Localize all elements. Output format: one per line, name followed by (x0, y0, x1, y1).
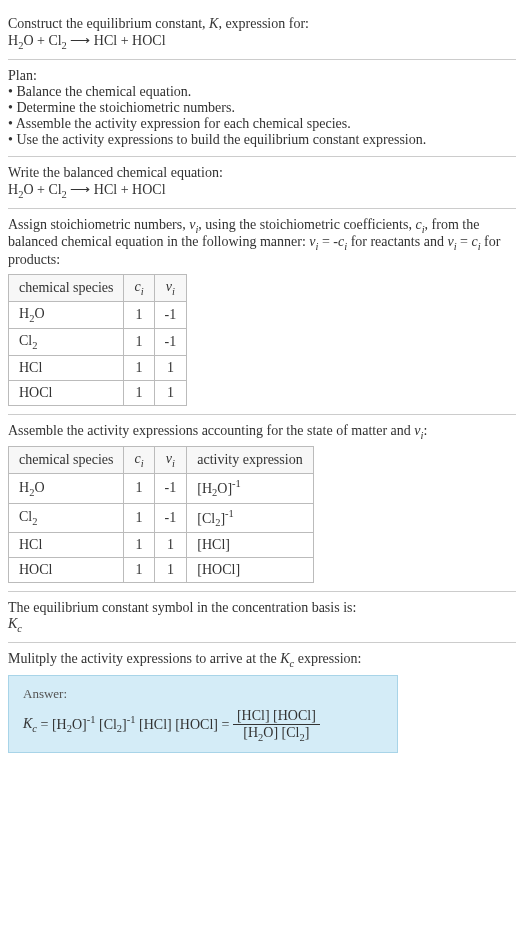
cell-ci: 1 (124, 533, 154, 558)
cell-vi: 1 (154, 355, 187, 380)
plan-item: • Assemble the activity expression for e… (8, 116, 516, 132)
cell-ci: 1 (124, 380, 154, 405)
cell-vi: -1 (154, 503, 187, 532)
cell-vi: -1 (154, 301, 187, 328)
plan-item: • Use the activity expressions to build … (8, 132, 516, 148)
symbol-value: Kc (8, 616, 516, 634)
cell-species: HCl (9, 533, 124, 558)
multiply-heading: Mulitply the activity expressions to arr… (8, 651, 516, 669)
multiply-section: Mulitply the activity expressions to arr… (8, 643, 516, 762)
cell-species: Cl2 (9, 503, 124, 532)
table-row: HOCl 1 1 (9, 380, 187, 405)
table-header-row: chemical species ci νi activity expressi… (9, 447, 314, 474)
col-vi: νi (154, 447, 187, 474)
cell-ci: 1 (124, 355, 154, 380)
answer-label: Answer: (23, 686, 383, 702)
cell-expr: [H2O]-1 (187, 474, 313, 503)
plan-item-text: Assemble the activity expression for eac… (16, 116, 351, 131)
cell-ci: 1 (124, 503, 154, 532)
balanced-section: Write the balanced chemical equation: H2… (8, 157, 516, 209)
symbol-heading: The equilibrium constant symbol in the c… (8, 600, 516, 616)
cell-vi: 1 (154, 380, 187, 405)
prompt-section: Construct the equilibrium constant, K, e… (8, 8, 516, 60)
col-species: chemical species (9, 275, 124, 302)
plan-item: • Determine the stoichiometric numbers. (8, 100, 516, 116)
cell-species: HCl (9, 355, 124, 380)
balanced-equation: H2O + Cl2 ⟶ HCl + HOCl (8, 181, 516, 200)
stoich-heading: Assign stoichiometric numbers, νi, using… (8, 217, 516, 269)
cell-species: H2O (9, 301, 124, 328)
cell-species: H2O (9, 474, 124, 503)
plan-item-text: Determine the stoichiometric numbers. (16, 100, 235, 115)
cell-vi: -1 (154, 328, 187, 355)
balanced-heading: Write the balanced chemical equation: (8, 165, 516, 181)
plan-heading: Plan: (8, 68, 516, 84)
cell-species: HOCl (9, 558, 124, 583)
col-ci: ci (124, 447, 154, 474)
answer-numerator: [HCl] [HOCl] (233, 708, 320, 725)
cell-species: Cl2 (9, 328, 124, 355)
plan-item-text: Balance the chemical equation. (16, 84, 191, 99)
stoich-section: Assign stoichiometric numbers, νi, using… (8, 209, 516, 415)
symbol-section: The equilibrium constant symbol in the c… (8, 592, 516, 643)
col-expr: activity expression (187, 447, 313, 474)
stoich-table: chemical species ci νi H2O 1 -1 Cl2 1 -1… (8, 274, 187, 405)
cell-vi: -1 (154, 474, 187, 503)
activity-table: chemical species ci νi activity expressi… (8, 446, 314, 583)
table-row: Cl2 1 -1 [Cl2]-1 (9, 503, 314, 532)
plan-item-text: Use the activity expressions to build th… (16, 132, 426, 147)
col-vi: νi (154, 275, 187, 302)
cell-ci: 1 (124, 328, 154, 355)
answer-box: Answer: Kc = [H2O]-1 [Cl2]-1 [HCl] [HOCl… (8, 675, 398, 754)
table-row: H2O 1 -1 (9, 301, 187, 328)
cell-vi: 1 (154, 558, 187, 583)
table-header-row: chemical species ci νi (9, 275, 187, 302)
prompt-line: Construct the equilibrium constant, K, e… (8, 16, 516, 32)
table-row: HCl 1 1 [HCl] (9, 533, 314, 558)
cell-ci: 1 (124, 474, 154, 503)
activity-section: Assemble the activity expressions accoun… (8, 415, 516, 593)
cell-ci: 1 (124, 301, 154, 328)
plan-item: • Balance the chemical equation. (8, 84, 516, 100)
cell-ci: 1 (124, 558, 154, 583)
plan-section: Plan: • Balance the chemical equation. •… (8, 60, 516, 157)
activity-heading: Assemble the activity expressions accoun… (8, 423, 516, 441)
cell-expr: [HOCl] (187, 558, 313, 583)
col-species: chemical species (9, 447, 124, 474)
answer-expression: Kc = [H2O]-1 [Cl2]-1 [HCl] [HOCl] = [HCl… (23, 708, 383, 743)
prompt-equation: H2O + Cl2 ⟶ HCl + HOCl (8, 32, 516, 51)
answer-denominator: [H2O] [Cl2] (233, 725, 320, 743)
col-ci: ci (124, 275, 154, 302)
cell-species: HOCl (9, 380, 124, 405)
cell-vi: 1 (154, 533, 187, 558)
table-row: HCl 1 1 (9, 355, 187, 380)
table-row: Cl2 1 -1 (9, 328, 187, 355)
cell-expr: [HCl] (187, 533, 313, 558)
cell-expr: [Cl2]-1 (187, 503, 313, 532)
table-row: HOCl 1 1 [HOCl] (9, 558, 314, 583)
table-row: H2O 1 -1 [H2O]-1 (9, 474, 314, 503)
